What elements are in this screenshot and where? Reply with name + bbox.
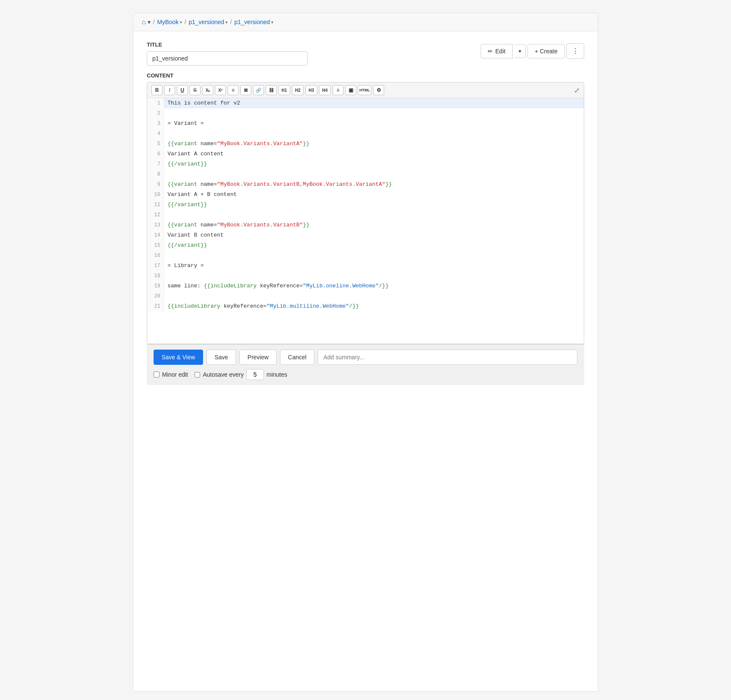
header-row: TITLE ✏ Edit ▾ + Create ⋮ <box>147 41 584 66</box>
line-content[interactable] <box>164 271 584 281</box>
edit-button[interactable]: ✏ Edit <box>481 44 513 58</box>
line-content[interactable]: {{variant name="MyBook.Variants.VariantB… <box>164 220 584 230</box>
breadcrumb-mybook-link[interactable]: MyBook <box>157 19 179 25</box>
line-content[interactable]: Variant B content <box>164 230 584 240</box>
line-number: 19 <box>147 281 164 291</box>
autosave-input[interactable] <box>246 369 264 380</box>
table-row: 6Variant A content <box>147 149 584 159</box>
breadcrumb: ⌂ ▾ / MyBook ▾ / p1_versioned ▾ / p1_ver… <box>133 13 598 31</box>
table-row: 4 <box>147 129 584 139</box>
more-button[interactable]: ⋮ <box>566 43 584 59</box>
summary-input[interactable] <box>318 350 577 365</box>
breadcrumb-p1v-1-caret[interactable]: ▾ <box>225 20 228 25</box>
create-button[interactable]: + Create <box>528 44 565 58</box>
line-content[interactable]: {{variant name="MyBook.Variants.VariantB… <box>164 179 584 190</box>
preview-button[interactable]: Preview <box>239 350 277 365</box>
title-section: TITLE <box>147 41 481 66</box>
line-content[interactable]: = Library = <box>164 261 584 271</box>
line-content[interactable] <box>164 169 584 179</box>
line-content[interactable]: Variant A + B content <box>164 190 584 200</box>
minor-edit-checkbox[interactable] <box>154 372 159 378</box>
line-content[interactable] <box>164 210 584 220</box>
line-number: 16 <box>147 251 164 261</box>
line-content[interactable] <box>164 108 584 119</box>
table-row: 3= Variant = <box>147 119 584 129</box>
table-row: 18 <box>147 271 584 281</box>
line-content[interactable] <box>164 251 584 261</box>
ordered-list-button[interactable]: ≣ <box>240 85 251 95</box>
bottom-bar-row2: Minor edit Autosave every minutes <box>154 369 577 380</box>
table-row: 9{{variant name="MyBook.Variants.Variant… <box>147 179 584 190</box>
superscript-button[interactable]: X² <box>215 85 226 95</box>
settings-button[interactable]: ⚙ <box>373 85 384 95</box>
h1-button[interactable]: H1 <box>278 85 290 95</box>
save-button[interactable]: Save <box>206 350 236 365</box>
link-button[interactable]: 🔗 <box>253 85 264 95</box>
table-row: 19same line: {{includeLibrary keyReferen… <box>147 281 584 291</box>
breadcrumb-p1v-2-caret[interactable]: ▾ <box>271 20 273 25</box>
h2-button[interactable]: H2 <box>292 85 304 95</box>
main-content: TITLE ✏ Edit ▾ + Create ⋮ CONTENT <box>133 31 598 395</box>
bottom-bar-row1: Save & View Save Preview Cancel <box>154 350 577 365</box>
action-buttons: ✏ Edit ▾ + Create ⋮ <box>481 43 584 59</box>
minor-edit-label[interactable]: Minor edit <box>154 371 188 378</box>
breadcrumb-p1v-1-link[interactable]: p1_versioned <box>189 19 224 25</box>
line-number: 9 <box>147 179 164 190</box>
line-number: 3 <box>147 119 164 129</box>
line-content[interactable]: {{/variant}} <box>164 200 584 210</box>
table-row: 1This is content for v2 <box>147 98 584 108</box>
html-button[interactable]: HTML <box>358 85 371 95</box>
box-button[interactable]: ▣ <box>345 85 356 95</box>
line-content[interactable]: This is content for v2 <box>164 98 584 108</box>
line-content[interactable]: {{variant name="MyBook.Variants.VariantA… <box>164 139 584 149</box>
italic-button[interactable]: I <box>164 85 175 95</box>
bold-button[interactable]: B <box>151 85 162 95</box>
line-content[interactable]: Variant A content <box>164 149 584 159</box>
save-view-button[interactable]: Save & View <box>154 350 203 365</box>
line-content[interactable]: {{/variant}} <box>164 240 584 251</box>
underline-button[interactable]: U <box>177 85 188 95</box>
line-content[interactable] <box>164 291 584 301</box>
line-content[interactable]: same line: {{includeLibrary keyReference… <box>164 281 584 291</box>
page-wrapper: ⌂ ▾ / MyBook ▾ / p1_versioned ▾ / p1_ver… <box>133 13 598 692</box>
line-number: 4 <box>147 129 164 139</box>
editor-wrapper: B I U S X₂ X² ≡ ≣ 🔗 ⛓ H1 H2 H3 H4 ≡ ▣ HT… <box>147 82 584 344</box>
pencil-icon: ✏ <box>488 48 493 55</box>
line-content[interactable]: = Variant = <box>164 119 584 129</box>
unlink-button[interactable]: ⛓ <box>266 85 277 95</box>
subscript-button[interactable]: X₂ <box>202 85 213 95</box>
edit-caret-button[interactable]: ▾ <box>514 44 526 58</box>
breadcrumb-p1v-1: p1_versioned ▾ <box>189 19 228 25</box>
expand-icon[interactable]: ⤢ <box>574 86 580 94</box>
cancel-button[interactable]: Cancel <box>280 350 315 365</box>
line-number: 11 <box>147 200 164 210</box>
table-row: 7{{/variant}} <box>147 159 584 169</box>
table-row: 13{{variant name="MyBook.Variants.Varian… <box>147 220 584 230</box>
line-number: 8 <box>147 169 164 179</box>
strikethrough-button[interactable]: S <box>190 85 201 95</box>
line-content[interactable]: {{/variant}} <box>164 159 584 169</box>
bottom-bar: Save & View Save Preview Cancel Minor ed… <box>147 344 584 385</box>
line-number: 20 <box>147 291 164 301</box>
title-input[interactable] <box>147 51 308 66</box>
table-row: 12 <box>147 210 584 220</box>
breadcrumb-mybook-caret[interactable]: ▾ <box>180 20 182 25</box>
h3-button[interactable]: H3 <box>305 85 317 95</box>
home-caret[interactable]: ▾ <box>148 19 151 25</box>
table-row: 21{{includeLibrary keyReference="MyLib.m… <box>147 301 584 311</box>
code-editor[interactable]: 1This is content for v22 3= Variant =4 5… <box>147 98 584 344</box>
unordered-list-button[interactable]: ≡ <box>228 85 239 95</box>
home-icon[interactable]: ⌂ <box>142 18 146 26</box>
breadcrumb-p1v-2-link[interactable]: p1_versioned <box>234 19 270 25</box>
breadcrumb-p1v-2: p1_versioned ▾ <box>234 19 273 25</box>
content-label: CONTENT <box>147 72 584 79</box>
autosave-checkbox[interactable] <box>195 372 200 378</box>
breadcrumb-sep-2: / <box>184 19 186 25</box>
line-content[interactable]: {{includeLibrary keyReference="MyLib.mul… <box>164 301 584 311</box>
h4-button[interactable]: H4 <box>319 85 331 95</box>
title-label: TITLE <box>147 41 481 48</box>
line-content[interactable] <box>164 129 584 139</box>
table-row: 10Variant A + B content <box>147 190 584 200</box>
minor-edit-text: Minor edit <box>162 371 188 378</box>
align-button[interactable]: ≡ <box>333 85 344 95</box>
